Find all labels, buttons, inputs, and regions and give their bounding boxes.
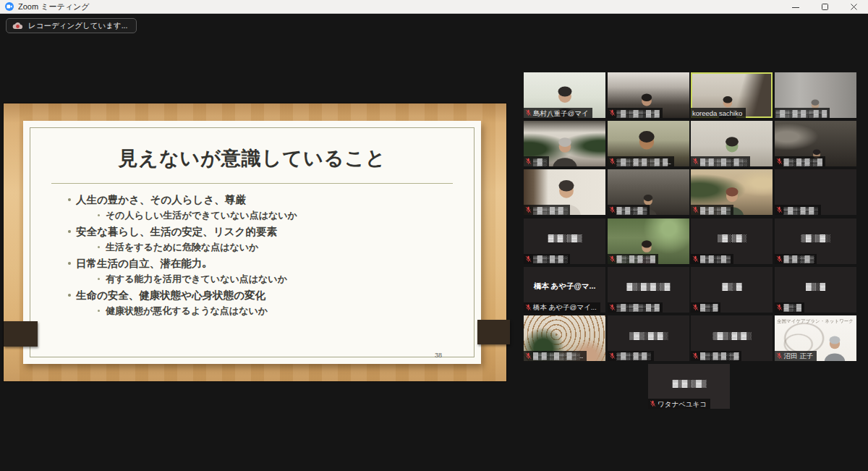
participant-name-bar: ワタナベユキコ: [648, 399, 710, 409]
participant-display-name-center: ▓▒░▓: [691, 282, 773, 291]
participant-tile[interactable]: ▓▒░▓▒▓░▒▓ ▒▓░▒▓▒░▓▒▓: [608, 267, 689, 313]
participant-display-name-center: ▓▒░▓: [775, 282, 856, 291]
bullet-item: 安全な暮らし、生活の安定、リスク的要素: [23, 224, 481, 239]
zoom-meeting-window: Zoom ミーティング レコーディングしています...: [0, 0, 868, 471]
zoom-app-icon: [5, 2, 14, 11]
participant-tile[interactable]: ▒▓▒░▓▒▓░▒▓░▓: [775, 72, 856, 118]
participant-name-label: ▓▒░▓: [784, 303, 801, 311]
participant-name-bar: ▒▓▒░▓▒▓░: [524, 254, 570, 264]
participant-name-label: ▒▓▒░▓▒▓░: [533, 255, 566, 263]
participant-tile[interactable]: ▒▓░▒▓▒░▓▒▓: [608, 72, 689, 118]
meeting-content-area: レコーディングしています... 見えないが意識していること 人生の豊かさ、その人…: [0, 14, 868, 471]
participant-name-label: ▓▒░▓▒▓░▒▓: [700, 352, 738, 360]
participant-name-label: 橋本 あや子@マイ...: [533, 303, 597, 311]
participant-tile[interactable]: ▓▒░▓▒▓░▒▓: [608, 218, 689, 264]
sub-bullet-item: 健康状態が悪化するような点はないか: [23, 303, 481, 319]
muted-mic-icon: [525, 255, 532, 263]
participant-tile[interactable]: ▒▓▒░▓▒▓░▒▓░▓...: [608, 121, 689, 166]
participant-tile[interactable]: ▒▓░: [524, 121, 605, 166]
muted-mic-icon: [650, 400, 656, 407]
participant-tile[interactable]: ▒▓▒░▓▒▓░: [775, 169, 856, 215]
participant-name-bar: ▒▓░▒▓▒░▓▒▓: [608, 302, 663, 313]
participant-name-bar: ▓▒░▓: [691, 302, 720, 313]
participant-name-label: ▒▓▒░▓▒▓░: [533, 206, 566, 214]
participant-tile[interactable]: ▓▒░▓ ▓▒░▓: [691, 267, 773, 313]
participant-name-label: ▓▒░▓: [700, 303, 717, 311]
participant-name-label: ▒▓░: [533, 158, 545, 166]
participant-name-bar: ▓▒░▓▒▓░▒▓: [691, 351, 741, 361]
participant-name-label: ▓▒▓░▒▓▒: [700, 255, 730, 263]
participant-tile[interactable]: ▓▒▓░▒▓▒: [608, 169, 689, 215]
muted-mic-icon: [609, 206, 616, 213]
participant-tile[interactable]: ▓▒░▓▒▓░▒▓: [775, 121, 856, 166]
participant-name-bar: ▓▒▓░▒▓▒░▓▒░: [691, 156, 750, 166]
participant-display-name-center: ▒▓▒░▓▒▓░: [608, 331, 689, 340]
participant-video-silhouette: [820, 334, 848, 361]
participant-name-bar: ▒▓░: [524, 156, 549, 166]
cloud-recording-icon: [12, 22, 23, 30]
sub-bullet-item: 有する能力を活用できていない点はないか: [23, 271, 481, 287]
participant-name-label: ▒▓▒░▓▒▓░: [784, 206, 817, 214]
bullet-item: 生命の安全、健康状態や心身状態の変化: [23, 287, 481, 303]
participant-name-bar: ▒▓▒░▓▒▓░▒▓░▓: [775, 108, 830, 118]
participant-name-label: ▓▒▓░▒▓▒░▓▒░...: [533, 352, 583, 360]
participant-name-bar: 沼田 正子: [775, 351, 817, 361]
participant-tile[interactable]: ▒▓▒░▓▒▓░: [524, 169, 605, 215]
muted-mic-icon: [776, 304, 783, 311]
participant-tile[interactable]: ▓▒▓░▒▓▒░▓▒░: [691, 121, 773, 166]
participant-name-label: ▒▓▒░▓▒▓░: [617, 352, 650, 360]
virtual-background-caption: 全国マイケアプラン・ネットワーク: [775, 318, 856, 325]
muted-mic-icon: [609, 158, 616, 165]
participant-name-bar: ▓▒▓░▒▓▒░▓▒░...: [524, 351, 587, 361]
participant-name-bar: ▓▒░▓▒▓░▒▓: [608, 254, 658, 264]
muted-mic-icon: [525, 158, 532, 165]
participant-name-bar: ▒▓▒░▓▒▓░: [524, 205, 570, 215]
muted-mic-icon: [525, 109, 532, 116]
participant-name-bar: ▒▓▒░▓▒▓░: [775, 205, 821, 215]
participant-tile[interactable]: 全国マイケアプラン・ネットワーク 沼田 正子: [775, 315, 856, 361]
participant-display-name-center: ▒▓░▒▓░: [691, 234, 773, 242]
participant-name-bar: ▒▓▒░▓▒▓░: [608, 351, 654, 361]
participant-video-silhouette: [548, 135, 582, 166]
participant-tile[interactable]: ▓▒░▓ ▓▒░▓: [775, 267, 856, 313]
participant-name-label: koreeda sachiko: [692, 109, 742, 117]
slide-page-number: 38: [435, 352, 442, 359]
participant-tile[interactable]: ▓▒▓░▒▓▒: [691, 169, 773, 215]
participant-display-name-center: ▒▓▒░▓▒▓░: [691, 331, 773, 340]
participant-name-label: ワタナベユキコ: [658, 400, 707, 408]
participant-name-bar: 島村八重子@マイ: [524, 108, 592, 118]
muted-mic-icon: [609, 255, 616, 263]
video-camera-icon: [7, 4, 12, 9]
muted-mic-icon: [525, 352, 532, 360]
participant-tile[interactable]: ▓▒▓░▒▓▒░▓▒░...: [524, 315, 605, 361]
participant-name-label: ▓▒▓░▒▓▒░▓▒░: [700, 158, 746, 166]
participant-tile[interactable]: 橋本 あや子@マ... 橋本 あや子@マイ...: [524, 267, 605, 313]
close-button[interactable]: [839, 0, 868, 14]
muted-mic-icon: [692, 304, 699, 311]
slide-title-divider: [51, 183, 453, 184]
participant-tile[interactable]: ▓▒▓░▒▓▒ ワタナベユキコ: [648, 364, 730, 409]
window-title: Zoom ミーティング: [18, 1, 89, 12]
participant-tile[interactable]: ▒▓▒░▓▒▓░ ▒▓▒░▓▒▓░: [608, 315, 689, 361]
participant-name-label: ▓▒░▓▒▓░▒▓: [784, 158, 822, 166]
participant-name-bar: koreeda sachiko: [691, 108, 746, 118]
participant-tile[interactable]: ▓▒▓░▒▓▒ ▒▓▒░▓▒▓░: [524, 218, 605, 264]
muted-mic-icon: [692, 158, 699, 165]
participant-display-name-center: ▓▒▓░▒▓▒: [524, 234, 605, 242]
participant-tile[interactable]: ▒▓░▒▓░ ▓▒▓░▒▓▒: [775, 218, 856, 264]
participant-gallery-overflow: ▓▒▓░▒▓▒ ワタナベユキコ: [648, 364, 730, 409]
muted-mic-icon: [692, 352, 699, 360]
participant-tile[interactable]: 島村八重子@マイ: [524, 72, 605, 118]
participant-name-label: ▒▓░▒▓▒░▓▒▓: [617, 303, 659, 311]
participant-tile[interactable]: ▒▓░▒▓░ ▓▒▓░▒▓▒: [691, 218, 773, 264]
bullet-item: 人生の豊かさ、その人らしさ、尊厳: [23, 192, 481, 208]
participant-tile-active-speaker[interactable]: koreeda sachiko: [691, 72, 773, 118]
participant-tile[interactable]: ▒▓▒░▓▒▓░ ▓▒░▓▒▓░▒▓: [691, 315, 773, 361]
minimize-button[interactable]: [781, 0, 810, 14]
maximize-button[interactable]: [810, 0, 839, 14]
participant-name-label: 沼田 正子: [784, 352, 814, 360]
participant-name-label: ▓▒▓░▒▓▒: [784, 255, 814, 263]
muted-mic-icon: [776, 352, 783, 360]
muted-mic-icon: [609, 352, 616, 360]
sub-bullet-item: 生活をするために危険な点はないか: [23, 239, 481, 255]
